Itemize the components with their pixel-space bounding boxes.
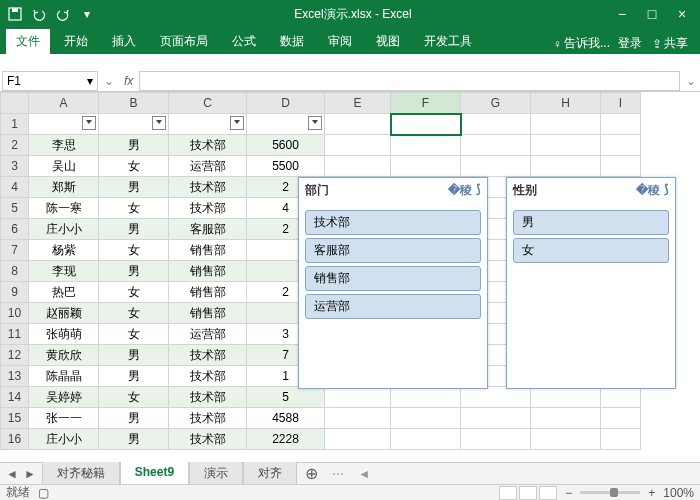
cell[interactable]: 4588 xyxy=(247,408,325,429)
ribbon-tab-1[interactable]: 开始 xyxy=(54,29,98,54)
cell[interactable]: 男 xyxy=(99,177,169,198)
cell[interactable]: 女 xyxy=(99,198,169,219)
cell[interactable] xyxy=(391,135,461,156)
cell[interactable]: 技术部 xyxy=(169,408,247,429)
cell[interactable]: 男 xyxy=(99,408,169,429)
qat-dropdown-icon[interactable]: ▾ xyxy=(76,3,98,25)
fx-label[interactable]: fx xyxy=(118,74,139,88)
cell[interactable]: 陈一寒 xyxy=(29,198,99,219)
maximize-button[interactable]: □ xyxy=(638,3,666,25)
sheet-more-icon[interactable]: ⋯ xyxy=(326,467,350,481)
cell[interactable] xyxy=(531,156,601,177)
cell[interactable] xyxy=(461,135,531,156)
row-header-2[interactable]: 2 xyxy=(1,135,29,156)
cell[interactable] xyxy=(325,135,391,156)
cell[interactable]: 男 xyxy=(99,345,169,366)
slicer-item[interactable]: 销售部 xyxy=(305,266,481,291)
view-layout-button[interactable] xyxy=(519,486,537,500)
row-header-8[interactable]: 8 xyxy=(1,261,29,282)
cell[interactable] xyxy=(531,114,601,135)
view-normal-button[interactable] xyxy=(499,486,517,500)
cell[interactable]: 女 xyxy=(99,156,169,177)
cell[interactable]: 男 xyxy=(99,366,169,387)
cell[interactable]: 女 xyxy=(99,303,169,324)
save-icon[interactable] xyxy=(4,3,26,25)
slicer-item[interactable]: 女 xyxy=(513,238,669,263)
view-pagebreak-button[interactable] xyxy=(539,486,557,500)
cell[interactable]: 男 xyxy=(99,261,169,282)
cell[interactable] xyxy=(531,408,601,429)
ribbon-tab-2[interactable]: 插入 xyxy=(102,29,146,54)
cell[interactable] xyxy=(325,408,391,429)
cell[interactable]: 庄小小 xyxy=(29,219,99,240)
cell[interactable]: 技术部 xyxy=(169,135,247,156)
slicer-0[interactable]: 部门�稜⟆技术部客服部销售部运营部 xyxy=(298,177,488,389)
cell[interactable]: 女 xyxy=(99,387,169,408)
row-header-9[interactable]: 9 xyxy=(1,282,29,303)
ribbon-tab-7[interactable]: 视图 xyxy=(366,29,410,54)
macro-record-icon[interactable]: ▢ xyxy=(38,486,49,500)
cell[interactable] xyxy=(325,429,391,450)
cell[interactable] xyxy=(461,114,531,135)
cell[interactable] xyxy=(531,429,601,450)
cell[interactable] xyxy=(461,429,531,450)
cell[interactable]: 销售部 xyxy=(169,240,247,261)
tell-me-search[interactable]: ♀告诉我... xyxy=(549,33,614,54)
cell[interactable]: 技术部 xyxy=(169,387,247,408)
cell[interactable] xyxy=(391,408,461,429)
zoom-level[interactable]: 100% xyxy=(663,486,694,500)
slicer-item[interactable]: 客服部 xyxy=(305,238,481,263)
cell[interactable] xyxy=(461,408,531,429)
col-header-H[interactable]: H xyxy=(531,93,601,114)
cell[interactable] xyxy=(325,156,391,177)
cell[interactable] xyxy=(391,429,461,450)
col-header-G[interactable]: G xyxy=(461,93,531,114)
col-header-C[interactable]: C xyxy=(169,93,247,114)
formula-bar[interactable] xyxy=(139,71,680,91)
expand-icon[interactable]: ⌄ xyxy=(100,74,118,88)
sheet-tab-2[interactable]: 演示 xyxy=(189,462,243,486)
cell[interactable]: 女 xyxy=(99,324,169,345)
ribbon-tab-5[interactable]: 数据 xyxy=(270,29,314,54)
cell[interactable]: 客服部 xyxy=(169,219,247,240)
row-header-15[interactable]: 15 xyxy=(1,408,29,429)
col-header-D[interactable]: D xyxy=(247,93,325,114)
col-header-B[interactable]: B xyxy=(99,93,169,114)
filter-button[interactable] xyxy=(308,116,322,130)
filter-button[interactable] xyxy=(230,116,244,130)
multi-select-icon[interactable]: �稜 xyxy=(448,182,472,199)
cell[interactable]: 5600 xyxy=(247,135,325,156)
close-button[interactable]: × xyxy=(668,3,696,25)
expand-formula-icon[interactable]: ⌄ xyxy=(682,74,700,88)
row-header-10[interactable]: 10 xyxy=(1,303,29,324)
cell[interactable]: 销售部 xyxy=(169,261,247,282)
cell[interactable] xyxy=(391,156,461,177)
table-header-1[interactable]: 性别 xyxy=(99,114,169,135)
row-header-12[interactable]: 12 xyxy=(1,345,29,366)
share-button[interactable]: ⇪共享 xyxy=(646,33,694,54)
sheet-tab-3[interactable]: 对齐 xyxy=(243,462,297,486)
cell[interactable] xyxy=(531,135,601,156)
ribbon-tab-4[interactable]: 公式 xyxy=(222,29,266,54)
col-header-F[interactable]: F xyxy=(391,93,461,114)
row-header-16[interactable]: 16 xyxy=(1,429,29,450)
cell[interactable]: 男 xyxy=(99,135,169,156)
cell[interactable]: 女 xyxy=(99,282,169,303)
cell[interactable]: 2228 xyxy=(247,429,325,450)
cell[interactable] xyxy=(461,156,531,177)
cell[interactable]: 吴婷婷 xyxy=(29,387,99,408)
multi-select-icon[interactable]: �稜 xyxy=(636,182,660,199)
cell[interactable]: 热巴 xyxy=(29,282,99,303)
cell[interactable]: 技术部 xyxy=(169,177,247,198)
sheet-tab-0[interactable]: 对齐秘籍 xyxy=(42,462,120,486)
cell[interactable] xyxy=(601,387,641,408)
cell[interactable]: 技术部 xyxy=(169,345,247,366)
cell[interactable]: 男 xyxy=(99,219,169,240)
cell[interactable]: 郑斯 xyxy=(29,177,99,198)
col-header-E[interactable]: E xyxy=(325,93,391,114)
ribbon-tab-8[interactable]: 开发工具 xyxy=(414,29,482,54)
row-header-5[interactable]: 5 xyxy=(1,198,29,219)
zoom-in-icon[interactable]: + xyxy=(648,486,655,500)
row-header-7[interactable]: 7 xyxy=(1,240,29,261)
login-button[interactable]: 登录 xyxy=(618,35,642,52)
